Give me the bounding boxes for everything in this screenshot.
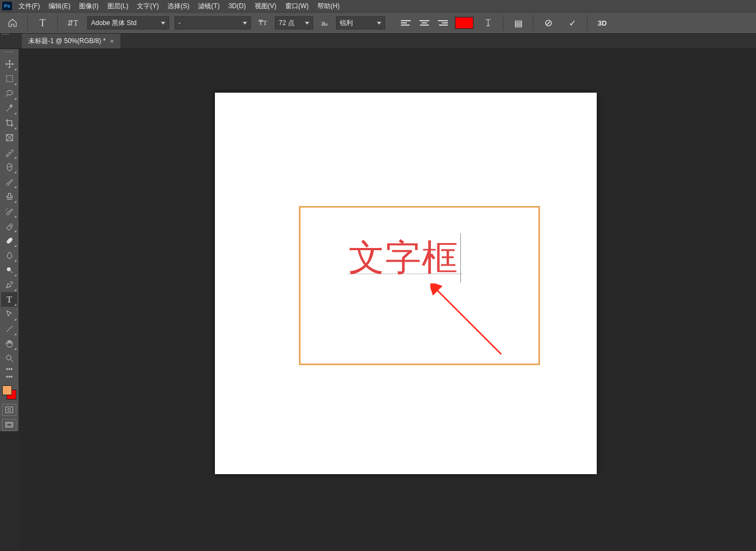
tool-bar: T ••• ••• [0,49,19,431]
lasso-tool[interactable] [1,86,17,101]
healing-tool[interactable] [1,160,17,174]
menu-layer[interactable]: 图层(L) [103,0,133,13]
anti-alias-dropdown[interactable]: 锐利 [336,16,385,29]
warp-text-button[interactable] [479,15,497,31]
brush-tool[interactable] [1,174,17,189]
home-button[interactable] [3,15,22,31]
chevron-down-icon [377,22,381,25]
menu-view[interactable]: 视图(V) [250,0,281,13]
zoom-tool[interactable] [1,351,17,366]
type-layer-text[interactable]: 文字框 [349,233,461,282]
options-bar-grip[interactable] [0,34,9,39]
eyedropper-tool[interactable] [1,145,17,160]
color-pickers[interactable] [1,384,17,401]
workspace[interactable]: 文字框 [19,49,756,551]
zoom-icon [5,354,14,363]
annotation-rectangle [299,206,540,365]
anti-alias-label: aₐ [319,15,331,31]
blur-icon [5,251,14,260]
font-size-dropdown[interactable]: 72 点 [275,16,313,29]
quick-mask-button[interactable] [2,404,16,416]
frame-tool[interactable] [1,130,17,145]
menu-select[interactable]: 选择(S) [163,0,194,13]
close-tab-icon[interactable]: × [110,37,115,45]
svg-point-6 [8,408,10,411]
move-tool[interactable] [1,57,17,71]
screen-mode-button[interactable] [2,419,16,431]
warp-text-icon [483,18,493,28]
menu-file[interactable]: 文件(F) [14,0,44,13]
lasso-icon [5,89,14,98]
svg-rect-8 [7,423,11,426]
brush-icon [5,177,14,186]
chevron-down-icon [305,22,309,25]
cancel-icon: ⊘ [544,17,553,29]
type-tool[interactable]: T [1,292,17,307]
menu-window[interactable]: 窗口(W) [281,0,313,13]
type-icon: T [7,294,12,305]
blur-tool[interactable] [1,248,17,263]
chevron-down-icon [161,22,165,25]
gradient-tool[interactable] [1,233,17,248]
anti-alias-value: 锐利 [340,19,353,28]
toolbar-grip[interactable] [2,51,17,55]
separator [27,15,28,31]
svg-point-3 [7,268,10,271]
3d-button[interactable]: 3D [593,15,611,31]
document-tab-title: 未标题-1 @ 50%(RGB/8) * [28,37,106,46]
font-family-value: Adobe 黑体 Std [91,19,136,28]
path-selection-tool[interactable] [1,307,17,322]
toolbar-edit[interactable]: ••• [1,373,17,381]
font-style-dropdown[interactable]: - [175,16,251,29]
font-size-icon: ₸T [259,19,267,27]
text-orientation-button[interactable]: ⇵T [63,15,82,31]
eraser-icon [5,221,14,231]
heal-icon [5,162,14,172]
menu-filter[interactable]: 滤镜(T) [194,0,224,13]
menu-edit[interactable]: 编辑(E) [44,0,75,13]
shape-tool[interactable] [1,322,17,336]
document-canvas[interactable]: 文字框 [215,93,597,474]
menu-bar: Ps 文件(F) 编辑(E) 图像(I) 图层(L) 文字(Y) 选择(S) 滤… [0,0,756,12]
align-right-button[interactable] [436,17,449,29]
text-orientation-icon: ⇵T [67,19,79,28]
align-center-button[interactable] [418,17,431,29]
font-size-label: ₸T [256,15,269,31]
document-tab-bar: 未标题-1 @ 50%(RGB/8) * × [0,34,756,49]
commit-button[interactable]: ✓ [563,15,581,31]
pen-tool[interactable] [1,277,17,292]
path-icon [5,310,14,319]
dodge-tool[interactable] [1,263,17,277]
home-icon [8,18,17,28]
crop-icon [5,118,14,128]
stamp-tool[interactable] [1,189,17,204]
toolbar-more[interactable]: ••• [1,366,17,373]
menu-image[interactable]: 图像(I) [75,0,103,13]
history-icon [5,207,14,216]
hand-tool[interactable] [1,336,17,351]
active-tool-indicator[interactable]: T [33,15,52,31]
document-tab[interactable]: 未标题-1 @ 50%(RGB/8) * × [22,34,121,49]
eraser-tool[interactable] [1,219,17,233]
separator [503,15,503,31]
ellipsis-icon: ••• [6,373,13,381]
eyedropper-icon [5,148,14,157]
separator [587,15,587,31]
move-icon [5,59,14,69]
ellipsis-icon: ••• [6,366,13,373]
font-family-dropdown[interactable]: Adobe 黑体 Std [87,16,169,29]
menu-help[interactable]: 帮助(H) [313,0,344,13]
menu-type[interactable]: 文字(Y) [133,0,163,13]
character-panel-button[interactable]: ▤ [509,15,527,31]
align-left-button[interactable] [399,17,412,29]
history-brush-tool[interactable] [1,204,17,219]
cancel-button[interactable]: ⊘ [539,15,557,31]
marquee-tool[interactable] [1,71,17,86]
marquee-icon [5,74,14,83]
menu-3d[interactable]: 3D(D) [224,1,250,11]
text-color-swatch[interactable] [455,17,473,29]
svg-point-4 [6,355,10,360]
quick-selection-tool[interactable] [1,101,17,116]
foreground-color-swatch[interactable] [2,385,12,395]
crop-tool[interactable] [1,116,17,130]
